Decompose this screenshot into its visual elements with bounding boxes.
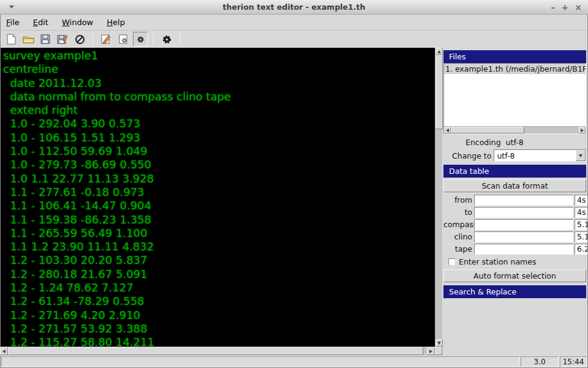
cancel-icon [75,34,85,45]
scroll-left-button[interactable] [0,347,8,355]
panel-empty-space [443,298,586,355]
editor-line: 1.2 - 1.24 78.62 7.127 [3,281,435,295]
editor-line: 1.1 - 277.61 -0.18 0.973 [3,186,435,199]
boxed-gear-icon [137,36,145,43]
menu-window[interactable]: Window [62,18,93,27]
gear-icon [162,34,172,45]
window-menu-button[interactable] [5,2,18,13]
minimize-button[interactable]: – [551,2,556,13]
toolbar [0,30,588,48]
arrow-down-icon [437,342,441,345]
text-editor[interactable]: survey example1centreline date 2011.12.0… [0,48,435,347]
editor-line: 1.2 - 280.18 21.67 5.091 [3,268,435,281]
editor-line: 1.2 - 115.27 58.80 14.211 [3,336,435,347]
save-button[interactable] [38,32,53,47]
close-file-button[interactable] [72,32,87,47]
auto-format-selection-button[interactable]: Auto format selection [443,269,586,282]
editor-line: extend right [3,103,435,117]
search-replace-section-header[interactable]: Search & Replace [443,285,586,298]
clino-input[interactable] [474,231,573,242]
status-message [1,356,519,367]
arrow-right-icon [429,350,432,353]
encoding-combobox[interactable]: utf-8 [494,149,586,162]
encoding-label: Encoding [466,138,501,147]
enter-station-names-checkbox[interactable] [448,258,455,265]
arrow-left-icon [446,129,449,132]
clino-row: clino 5.1fx [443,231,586,242]
window-title: therion text editor - example1.th [0,2,588,12]
toolbar-separator [153,33,154,45]
status-value: 3.0 [521,356,559,367]
editor-horizontal-scrollbar[interactable] [0,347,435,355]
file-list-item[interactable]: 1. example1.th (/media/jbernard/B1F9-F9 [444,64,586,74]
encoding-combobox-value: utf-8 [494,151,576,160]
compass-format-field[interactable]: 5.1fx [575,219,588,230]
chevron-down-icon [579,154,582,157]
from-format-field[interactable]: 4s [575,195,588,206]
editor-line: 1.0 - 279.73 -86.69 0.550 [3,158,435,171]
tape-input[interactable] [474,244,573,255]
encoding-row: Encoding utf-8 [443,136,586,148]
new-file-button[interactable] [4,32,18,47]
compass-label: compass [443,220,474,229]
menu-bar: File Edit Window Help [0,15,588,30]
main-area: survey example1centreline date 2011.12.0… [0,48,588,355]
encoding-value: utf-8 [506,138,524,147]
editor-line: survey example1 [3,49,435,62]
page-settings-icon [118,34,129,45]
clino-label: clino [443,232,474,241]
files-horizontal-scrollbar[interactable] [444,126,586,133]
change-encoding-row: Change to utf-8 [443,149,586,162]
to-input[interactable] [474,207,573,218]
files-list: 1. example1.th (/media/jbernard/B1F9-F9 [444,64,586,126]
app-window: therion text editor - example1.th – + × … [0,0,588,368]
window-controls: – + × [551,2,588,13]
enter-station-names-label: Enter station names [459,257,536,266]
change-to-label: Change to [443,151,494,160]
tape-format-field[interactable]: 6.2fx [575,244,588,255]
new-file-icon [6,34,17,45]
menu-edit[interactable]: Edit [33,18,48,27]
scroll-right-button[interactable] [427,347,435,355]
from-input[interactable] [474,195,573,206]
scroll-right-button[interactable] [579,127,586,133]
page-settings-button[interactable] [116,32,130,47]
open-file-button[interactable] [21,32,36,47]
scan-data-format-button[interactable]: Scan data format [443,179,586,192]
editor-line: 1.2 - 271.69 4.20 2.910 [3,309,435,322]
editor-line: 1.2 - 271.57 53.92 3.388 [3,322,435,336]
clino-format-field[interactable]: 5.1fx [575,231,588,242]
vertical-scrollbar-thumb[interactable] [435,55,443,129]
files-listbox[interactable]: 1. example1.th (/media/jbernard/B1F9-F9 [443,63,586,134]
arrow-up-icon [437,50,441,53]
compass-input[interactable] [474,219,573,230]
scroll-down-button[interactable] [435,339,443,347]
editor-vertical-scrollbar[interactable] [435,48,442,347]
combobox-dropdown-button[interactable] [576,150,586,161]
settings-toggle-button[interactable] [133,32,148,47]
to-format-field[interactable]: 4s [575,207,588,218]
close-button[interactable]: × [575,2,582,13]
horizontal-scrollbar-thumb[interactable] [8,347,423,355]
files-section-header[interactable]: Files [443,50,586,63]
save-as-button[interactable] [55,32,70,47]
title-bar: therion text editor - example1.th – + × [0,0,588,15]
save-as-icon [57,34,68,45]
menu-file[interactable]: File [6,18,20,27]
side-panel: Files 1. example1.th (/media/jbernard/B1… [442,48,588,355]
scrollbar-corner [435,347,442,355]
scroll-left-button[interactable] [444,127,451,133]
data-table-section-header[interactable]: Data table [443,165,586,178]
save-icon [40,34,50,44]
from-label: from [443,195,474,205]
tape-row: tape 6.2fx [443,243,586,255]
editor-line: 1.0 - 112.50 59.69 1.049 [3,145,435,158]
enter-station-names-row: Enter station names [443,256,586,268]
files-scrollbar-thumb[interactable] [451,127,524,133]
compile-button[interactable] [99,32,113,47]
maximize-button[interactable]: + [562,2,569,13]
scroll-up-button[interactable] [435,48,443,55]
menu-help[interactable]: Help [107,18,125,27]
options-button[interactable] [159,32,174,47]
editor-line: 1.1 - 159.38 -86.23 1.358 [3,213,435,227]
